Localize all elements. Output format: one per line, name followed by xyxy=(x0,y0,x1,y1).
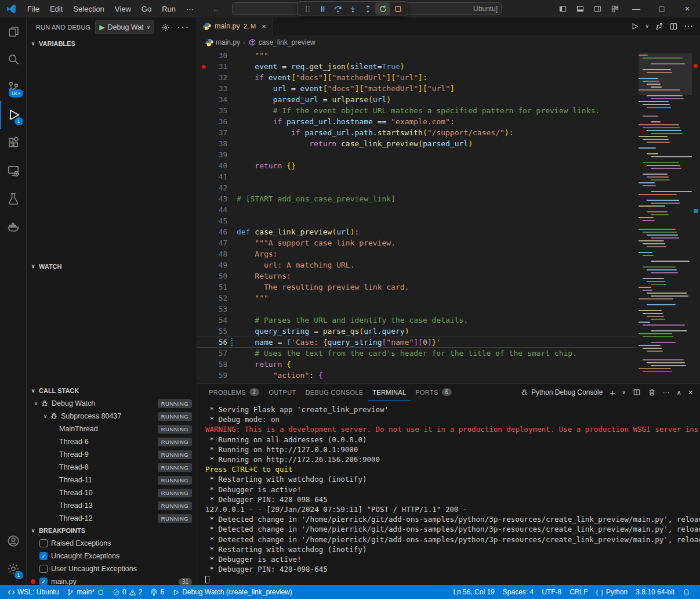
status-python-version[interactable]: 3.8.10 64-bit xyxy=(632,585,679,599)
step-into-button[interactable] xyxy=(345,2,360,15)
breakpoint-checkbox[interactable]: ✓ xyxy=(39,552,48,560)
menu-selection[interactable]: Selection xyxy=(68,5,109,13)
panel-tab-debug-console[interactable]: DEBUG CONSOLE xyxy=(300,384,368,401)
minimize-button[interactable]: — xyxy=(623,0,649,17)
close-panel-icon[interactable]: × xyxy=(688,388,693,397)
code-line-44[interactable]: 44 xyxy=(197,204,636,215)
code-line-43[interactable]: 43 # [START add_ons_case_preview_link] xyxy=(197,193,636,204)
activity-remote-explorer[interactable] xyxy=(0,157,27,185)
code-line-56[interactable]: 56 name = f'Case: {query_string["name"][… xyxy=(197,337,636,348)
breakpoints-header[interactable]: ∨BREAKPOINTS xyxy=(27,524,197,537)
status-remote-host[interactable]: WSL: Ubuntu xyxy=(3,585,63,599)
kill-terminal-icon[interactable] xyxy=(648,388,656,396)
code-line-45[interactable]: 45 xyxy=(197,215,636,226)
breakpoint-checkbox[interactable] xyxy=(39,539,48,547)
panel-tab-ports[interactable]: PORTS 6 xyxy=(411,384,456,401)
more-actions-icon[interactable]: ··· xyxy=(663,388,670,396)
code-line-54[interactable]: 54 # Parses the URL and identify the cas… xyxy=(197,315,636,326)
menu-edit[interactable]: Edit xyxy=(45,5,68,13)
step-over-button[interactable] xyxy=(330,2,345,15)
status-problems[interactable]: 0 2 xyxy=(108,585,146,599)
watch-header[interactable]: ∨WATCH xyxy=(27,260,197,273)
code-line-47[interactable]: 47 """A support case link preview. xyxy=(197,237,636,248)
variables-header[interactable]: ∨VARIABLES xyxy=(27,37,197,50)
drag-handle-button[interactable] xyxy=(300,2,315,15)
maximize-button[interactable]: □ xyxy=(649,0,674,17)
breakpoint-row[interactable]: ✓ Uncaught Exceptions xyxy=(27,550,197,562)
call-stack-row[interactable]: ∨ Debug Watch RUNNING xyxy=(27,397,197,410)
code-line-53[interactable]: 53 xyxy=(197,304,636,315)
menu-more[interactable]: ··· xyxy=(181,5,199,13)
code-line-50[interactable]: 50 Returns: xyxy=(197,270,636,282)
activity-run-and-debug[interactable]: 1 xyxy=(0,101,27,129)
editor-more-actions-icon[interactable]: ··· xyxy=(684,21,693,31)
code-line-30[interactable]: 30 """ xyxy=(197,50,636,61)
split-terminal-icon[interactable] xyxy=(633,388,641,396)
call-stack-header[interactable]: ∨CALL STACK xyxy=(27,384,197,397)
code-line-39[interactable]: 39 xyxy=(197,149,636,160)
customize-layout-icon[interactable] xyxy=(606,0,623,17)
code-line-49[interactable]: 49 url: A matching URL. xyxy=(197,259,636,270)
tab-main-py[interactable]: main.py 2, M × xyxy=(197,17,273,35)
code-line-55[interactable]: 55 query_string = parse_qs(url.query) xyxy=(197,326,636,337)
launch-config-dropdown[interactable]: ▶ Debug Wat ∨ xyxy=(95,20,154,34)
status-language-mode[interactable]: { }Python xyxy=(592,585,632,599)
breakpoint-checkbox[interactable]: ✓ xyxy=(39,578,48,585)
breakpoint-row[interactable]: Raised Exceptions xyxy=(27,537,197,550)
breadcrumb-item[interactable]: main.py xyxy=(205,38,240,46)
code-line-31[interactable]: ● 31 event = req.get_json(silent=True) xyxy=(197,61,636,72)
toggle-secondary-sidebar-icon[interactable] xyxy=(589,0,606,17)
call-stack-row[interactable]: Thread-11 RUNNING xyxy=(27,474,197,486)
call-stack-row[interactable]: Thread-9 RUNNING xyxy=(27,448,197,461)
run-python-file-icon[interactable] xyxy=(630,22,639,31)
code-line-37[interactable]: 37 if parsed_url.path.startswith("/suppo… xyxy=(197,127,636,138)
toggle-primary-sidebar-icon[interactable] xyxy=(554,0,571,17)
menu-run[interactable]: Run xyxy=(157,5,181,13)
status-encoding[interactable]: UTF-8 xyxy=(538,585,565,599)
breakpoint-checkbox[interactable] xyxy=(39,565,48,573)
stop-button[interactable] xyxy=(390,2,405,15)
code-line-35[interactable]: 35 # If the event object URL matches a s… xyxy=(197,105,636,116)
activity-testing[interactable] xyxy=(0,185,27,212)
activity-accounts[interactable] xyxy=(0,527,27,555)
status-indentation[interactable]: Spaces: 4 xyxy=(499,585,538,599)
activity-search[interactable] xyxy=(0,45,27,73)
close-button[interactable]: × xyxy=(674,0,700,17)
status-debug-status[interactable]: Debug Watch (create_link_preview) xyxy=(168,585,296,599)
panel-tab-terminal[interactable]: TERMINAL xyxy=(368,384,411,401)
activity-settings[interactable]: 1 xyxy=(0,555,27,583)
split-editor-icon[interactable] xyxy=(669,22,678,31)
breadcrumb-item[interactable]: case_link_preview xyxy=(248,38,315,46)
panel-tab-problems[interactable]: PROBLEMS 2 xyxy=(204,384,264,401)
breakpoint-row[interactable]: ✓ main.py 31 xyxy=(27,575,197,585)
code-line-58[interactable]: 58 return { xyxy=(197,359,636,370)
code-line-33[interactable]: 33 url = event["docs"]["matchedUrl"]["ur… xyxy=(197,83,636,94)
call-stack-row[interactable]: Thread-6 RUNNING xyxy=(27,435,197,448)
code-line-34[interactable]: 34 parsed_url = urlparse(url) xyxy=(197,94,636,105)
menu-file[interactable]: File xyxy=(22,5,45,13)
call-stack-row[interactable]: Thread-12 RUNNING xyxy=(27,512,197,524)
code-line-42[interactable]: 42 xyxy=(197,182,636,193)
code-line-40[interactable]: 40 return {} xyxy=(197,160,636,171)
run-dropdown-icon[interactable]: ∨ xyxy=(645,23,649,29)
code-line-48[interactable]: 48 Args: xyxy=(197,248,636,259)
status-notifications[interactable] xyxy=(679,585,697,599)
launch-profile-icon[interactable]: ∨ xyxy=(622,389,626,395)
minimap[interactable] xyxy=(639,50,692,383)
status-eol[interactable]: CRLF xyxy=(565,585,592,599)
status-git-branch[interactable]: main* xyxy=(63,585,108,599)
terminal-instance[interactable]: Python Debug Console xyxy=(520,388,603,396)
restart-button[interactable] xyxy=(375,2,390,15)
call-stack-row[interactable]: MainThread RUNNING xyxy=(27,423,197,435)
code-line-32[interactable]: 32 if event["docs"]["matchedUrl"]["url"]… xyxy=(197,72,636,83)
code-line-51[interactable]: 51 The resulting preview link card. xyxy=(197,282,636,293)
code-line-36[interactable]: 36 if parsed_url.hostname == "example.co… xyxy=(197,116,636,127)
activity-extensions[interactable] xyxy=(0,129,27,157)
code-line-46[interactable]: 46 def case_link_preview(url): xyxy=(197,226,636,237)
breakpoint-dot-icon[interactable]: ● xyxy=(197,63,210,70)
more-actions-icon[interactable]: ··· xyxy=(177,22,190,33)
activity-source-control[interactable]: 1K+ xyxy=(0,73,27,101)
code-line-52[interactable]: 52 """ xyxy=(197,293,636,304)
gear-icon[interactable] xyxy=(161,23,170,32)
panel-tab-output[interactable]: OUTPUT xyxy=(264,384,300,401)
